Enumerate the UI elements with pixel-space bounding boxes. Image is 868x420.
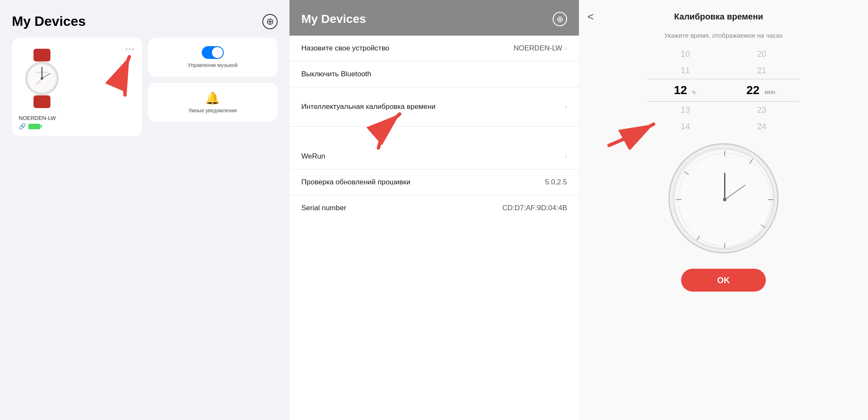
minutes-unit: мин.	[765, 89, 777, 95]
svg-line-19	[697, 236, 700, 240]
svg-point-24	[723, 198, 726, 201]
feature-cards: Управление музыкой 🔔 Умные уведомления	[148, 38, 278, 136]
watch-image: NOERDEN	[19, 49, 65, 108]
svg-line-15	[750, 159, 753, 164]
back-button[interactable]: <	[587, 10, 594, 23]
battery-indicator	[28, 124, 40, 129]
time-picker[interactable]: 10 11 12 ч. 13 14 20 21 22 мин. 23 24	[647, 46, 800, 135]
menu-value-firmware: 5.0,2.5	[545, 178, 567, 186]
svg-rect-0	[33, 49, 50, 61]
menu-item-calibration[interactable]: Интеллектуальная калибровка времени ›	[289, 87, 579, 127]
panel1-title: My Devices	[12, 14, 86, 29]
min-24[interactable]: 24	[723, 118, 800, 135]
bell-icon: 🔔	[205, 91, 220, 105]
svg-rect-1	[33, 95, 50, 108]
menu-label-calibration: Интеллектуальная калибровка времени	[301, 103, 436, 111]
menu-item-device-name[interactable]: Назовите свое устройство NOERDEN-LW ›	[289, 36, 579, 61]
panel2-add-button[interactable]: ⊕	[553, 12, 567, 26]
menu-item-werun[interactable]: WeRun ›	[289, 144, 579, 170]
menu-label-serial: Serial number	[301, 204, 346, 212]
clock-face	[668, 143, 779, 253]
panel1-header: My Devices ⊕	[12, 14, 278, 29]
panel3-time-calibration: < Калибровка времени Укажите время, отоб…	[579, 0, 868, 420]
min-22-selected[interactable]: 22 мин.	[723, 79, 800, 102]
panel3-title: Калибровка времени	[598, 12, 839, 22]
hour-13[interactable]: 13	[647, 102, 723, 118]
watch-device-card[interactable]: ··· NOERDEN	[12, 38, 142, 136]
music-label: Управление музыкой	[188, 62, 237, 68]
menu-item-bluetooth[interactable]: Выключить Bluetooth	[289, 61, 579, 87]
panel3-nav: < Калибровка времени	[579, 0, 868, 28]
hours-unit: ч.	[692, 89, 697, 95]
clock-container	[668, 143, 779, 253]
menu-item-firmware[interactable]: Проверка обновлений прошивки 5.0,2.5	[289, 170, 579, 195]
svg-line-17	[761, 225, 765, 228]
ok-button[interactable]: OK	[681, 269, 766, 292]
panel2-device-settings: My Devices ⊕ Назовите свое устройство NO…	[289, 0, 579, 420]
arrow-indicator-1	[100, 50, 138, 99]
svg-line-23	[725, 185, 745, 200]
chevron-icon-2: ›	[565, 103, 567, 111]
menu-label-werun: WeRun	[301, 152, 325, 161]
hour-11[interactable]: 11	[647, 62, 723, 79]
min-21[interactable]: 21	[723, 62, 800, 79]
hour-14[interactable]: 14	[647, 118, 723, 135]
music-control-card[interactable]: Управление музыкой	[148, 38, 278, 77]
device-name: NOERDEN-LW	[19, 115, 56, 121]
plus-icon: ⊕	[266, 16, 274, 27]
menu-label-firmware: Проверка обновлений прошивки	[301, 178, 410, 186]
music-toggle[interactable]	[202, 46, 224, 59]
device-status: 🔗	[19, 123, 40, 130]
chevron-icon-0: ›	[565, 45, 567, 52]
link-icon: 🔗	[19, 123, 26, 130]
chevron-icon-3: ›	[565, 153, 567, 160]
hour-10[interactable]: 10	[647, 46, 723, 62]
plus-icon-2: ⊕	[556, 14, 564, 24]
menu-value-device-name: NOERDEN-LW ›	[514, 44, 567, 53]
hour-12-selected[interactable]: 12 ч.	[647, 79, 723, 102]
more-options-icon[interactable]: ···	[125, 44, 135, 53]
panel1-my-devices: My Devices ⊕ ··· NOERDEN	[0, 0, 289, 420]
panel2-header: My Devices ⊕	[289, 0, 579, 36]
devices-grid: ··· NOERDEN	[12, 38, 278, 136]
panel2-title: My Devices	[301, 12, 366, 26]
hours-picker[interactable]: 10 11 12 ч. 13 14	[647, 46, 723, 135]
menu-item-serial[interactable]: Serial number CD:D7:AF:9D:04:4B	[289, 195, 579, 221]
min-20[interactable]: 20	[723, 46, 800, 62]
notification-label: Умные уведомления	[188, 108, 237, 114]
panel1-add-button[interactable]: ⊕	[262, 14, 278, 29]
svg-point-8	[41, 77, 43, 80]
menu-label-device-name: Назовите свое устройство	[301, 44, 389, 53]
minutes-picker[interactable]: 20 21 22 мин. 23 24	[723, 46, 800, 135]
svg-line-21	[684, 172, 689, 175]
menu-label-bluetooth: Выключить Bluetooth	[301, 70, 371, 78]
device-menu-list: Назовите свое устройство NOERDEN-LW › Вы…	[289, 36, 579, 420]
panel3-subtitle: Укажите время, отображаемое на часах	[579, 28, 868, 46]
notifications-card[interactable]: 🔔 Умные уведомления	[148, 83, 278, 122]
menu-value-serial: CD:D7:AF:9D:04:4B	[502, 204, 567, 212]
min-23[interactable]: 23	[723, 102, 800, 118]
